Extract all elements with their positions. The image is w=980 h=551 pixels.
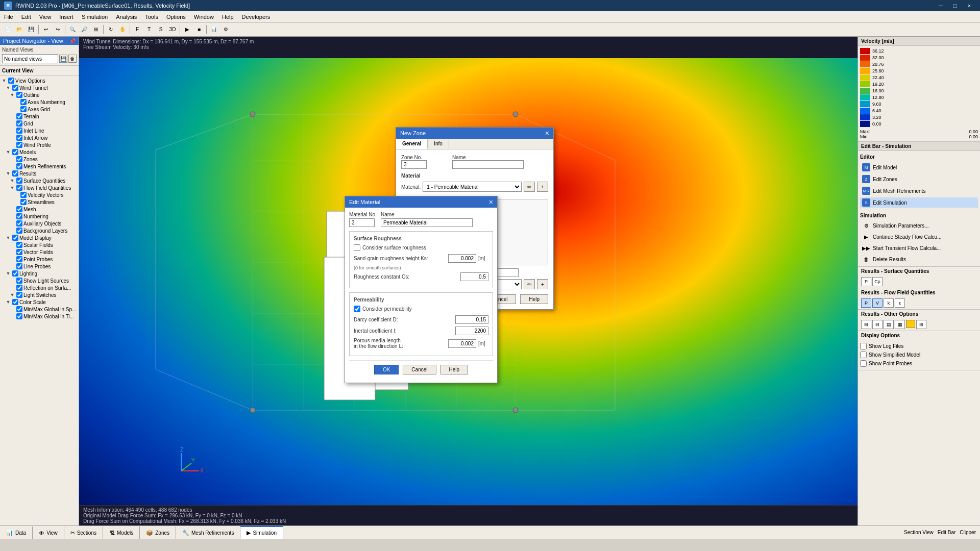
axes-grid-checkbox[interactable] [20, 106, 27, 112]
edit-material-close-btn[interactable]: × [489, 198, 493, 206]
zones-checkbox[interactable] [16, 156, 22, 162]
material-edit-btn[interactable]: ✏ [524, 182, 535, 192]
tree-grid[interactable]: ▶ Grid [1, 120, 78, 127]
tree-wind-profile[interactable]: ▶ Wind Profile [1, 141, 78, 148]
tab-sections[interactable]: ✂ Sections [64, 526, 103, 539]
wind-tunnel-checkbox[interactable] [12, 85, 18, 91]
tree-lighting[interactable]: ▼ Lighting [1, 270, 78, 277]
numbering-checkbox[interactable] [16, 213, 22, 219]
res-other-1-btn[interactable]: ⊞ [861, 320, 871, 329]
inlet-arrow-checkbox[interactable] [16, 135, 22, 141]
toolbar-results[interactable]: 📊 [208, 24, 219, 35]
zone-no-input[interactable] [401, 160, 427, 169]
reflection-checkbox[interactable] [16, 285, 22, 291]
res-flow-p-btn[interactable]: P [861, 298, 871, 308]
menu-item-help[interactable]: Help [218, 11, 238, 22]
tab-view[interactable]: 👁 View [33, 526, 64, 539]
toolbar-zoom-in[interactable]: 🔍 [67, 24, 78, 35]
darcy-input[interactable] [455, 315, 488, 324]
streamlines-checkbox[interactable] [20, 199, 27, 205]
tree-models[interactable]: ▼ Models [1, 148, 78, 156]
start-transient-btn[interactable]: ▶▶ Start Transient Flow Calcula... [860, 243, 978, 253]
toolbar-zoom-out[interactable]: 🔎 [79, 24, 90, 35]
tree-mesh[interactable]: ▶ Mesh [1, 206, 78, 213]
mesh-ref-checkbox[interactable] [16, 163, 22, 169]
tree-view-options[interactable]: ▼ View Options [1, 77, 78, 84]
flow-field-checkbox[interactable] [16, 185, 22, 191]
edit-zones-btn[interactable]: Z Edit Zones [860, 174, 978, 184]
light-switches-checkbox[interactable] [16, 292, 22, 298]
named-views-save-btn[interactable]: 💾 [59, 55, 67, 63]
edit-material-help-btn[interactable]: Help [440, 365, 469, 374]
tree-model-display[interactable]: ▼ Model Display [1, 234, 78, 241]
tree-wind-tunnel[interactable]: ▼ Wind Tunnel [1, 84, 78, 91]
edit-sim-btn[interactable]: S Edit Simulation [860, 197, 978, 208]
tree-color-scale[interactable]: ▼ Color Scale [1, 298, 78, 306]
toolbar-view-front[interactable]: F [132, 24, 143, 35]
bg-layers-checkbox[interactable] [16, 228, 22, 234]
tree-inlet-line[interactable]: ▶ Inlet Line [1, 127, 78, 134]
porous-input[interactable] [448, 339, 476, 348]
menu-item-options[interactable]: Options [162, 11, 190, 22]
tree-axes-numbering[interactable]: ▶ Axes Numbering [1, 98, 78, 106]
res-surf-cp-btn[interactable]: Cp [872, 277, 883, 286]
inlet-line-checkbox[interactable] [16, 128, 22, 134]
light-sources-checkbox[interactable] [16, 278, 22, 284]
toolbar-sim-run[interactable]: ▶ [182, 24, 193, 35]
new-zone-help-btn[interactable]: Help [520, 294, 548, 304]
toolbar-settings[interactable]: ⚙ [220, 24, 231, 35]
close-button[interactable]: × [963, 1, 976, 10]
tab-data[interactable]: 📊 Data [0, 526, 33, 539]
tree-inlet-arrow[interactable]: ▶ Inlet Arrow [1, 134, 78, 141]
tree-outline[interactable]: ▼ Outline [1, 91, 78, 98]
sim-params-btn[interactable]: ⚙ Simulation Parameters... [860, 220, 978, 231]
lighting-checkbox[interactable] [12, 270, 18, 277]
minimize-button[interactable]: ─ [934, 1, 947, 10]
toolbar-view-top[interactable]: T [143, 24, 155, 35]
minmax-sp-checkbox[interactable] [16, 306, 22, 312]
edit-material-ok-btn[interactable]: OK [374, 365, 399, 374]
menu-item-developers[interactable]: Developers [238, 11, 275, 22]
tree-mesh-refinements[interactable]: ▶ Mesh Refinements [1, 163, 78, 170]
sand-grain-input[interactable] [448, 254, 476, 263]
tab-zones[interactable]: 📦 Zones [140, 526, 176, 539]
vector-fields-checkbox[interactable] [16, 249, 22, 255]
aux-objects-checkbox[interactable] [16, 220, 22, 227]
tree-scalar-fields[interactable]: ▶ Scalar Fields [1, 241, 78, 248]
tree-background-layers[interactable]: ▶ Background Layers [1, 227, 78, 234]
res-other-grid-btn[interactable]: ⊞ [916, 320, 926, 329]
color-scale-checkbox[interactable] [12, 299, 18, 305]
tree-light-switches[interactable]: ▼ Light Switches [1, 291, 78, 298]
toolbar-save[interactable]: 💾 [26, 24, 37, 35]
tree-show-light-sources[interactable]: ▶ Show Light Sources [1, 277, 78, 284]
new-zone-tab-general[interactable]: General [396, 139, 428, 149]
res-other-4-btn[interactable]: ▦ [895, 320, 905, 329]
tree-numbering[interactable]: ▶ Numbering [1, 213, 78, 220]
res-surf-p-btn[interactable]: P [861, 277, 871, 286]
toolbar-view-3d[interactable]: 3D [167, 24, 178, 35]
line-probes-checkbox[interactable] [16, 263, 22, 269]
material-select-input[interactable]: 1 - Permeable Material [423, 182, 522, 192]
toolbar-view-side[interactable]: S [155, 24, 166, 35]
menu-item-insert[interactable]: Insert [55, 11, 78, 22]
tree-axes-grid[interactable]: ▶ Axes Grid [1, 106, 78, 113]
mesh-checkbox[interactable] [16, 206, 22, 212]
tree-vector-fields[interactable]: ▶ Vector Fields [1, 248, 78, 256]
wind-profile-checkbox[interactable] [16, 142, 22, 148]
menu-item-view[interactable]: View [35, 11, 56, 22]
res-flow-v-btn[interactable]: V [872, 298, 883, 308]
scalar-fields-checkbox[interactable] [16, 242, 22, 248]
show-simplified-checkbox[interactable] [860, 352, 867, 358]
minmax-ti-checkbox[interactable] [16, 313, 22, 319]
edit-model-btn[interactable]: M Edit Model [860, 162, 978, 172]
tree-point-probes[interactable]: ▶ Point Probes [1, 256, 78, 263]
material-add-btn[interactable]: + [537, 182, 548, 192]
extra-mat-add[interactable]: + [537, 279, 548, 289]
point-probes-checkbox[interactable] [16, 256, 22, 262]
mat-name-input[interactable] [381, 218, 473, 227]
edit-mesh-btn[interactable]: MR Edit Mesh Refinements [860, 186, 978, 196]
color-swatch[interactable] [906, 320, 915, 328]
menu-item-simulation[interactable]: Simulation [78, 11, 112, 22]
tree-line-probes[interactable]: ▶ Line Probes [1, 263, 78, 270]
tab-models[interactable]: 🏗 Models [103, 526, 140, 539]
